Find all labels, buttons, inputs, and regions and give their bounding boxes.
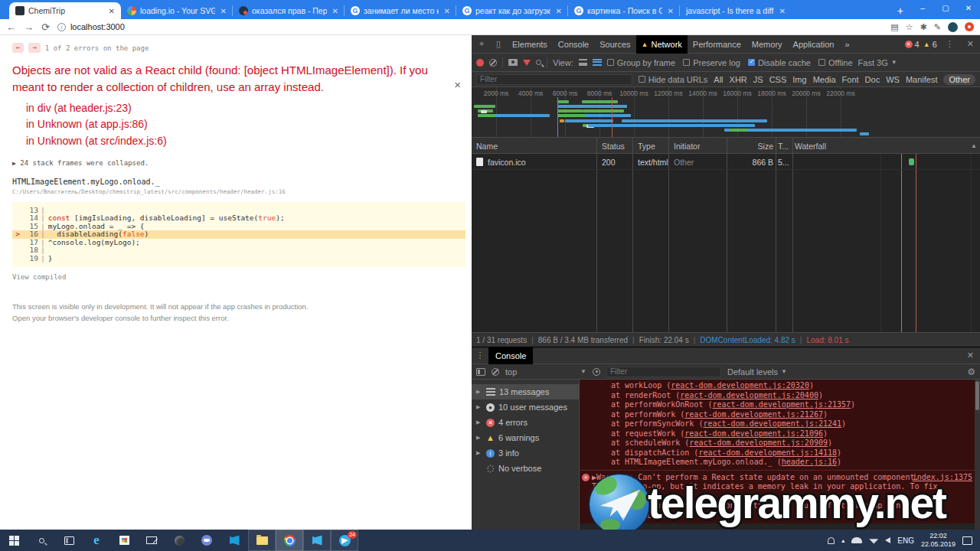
- filter-chip-other[interactable]: Other: [943, 74, 975, 85]
- taskbar-mail-button[interactable]: [138, 530, 165, 551]
- prev-error-button[interactable]: ←: [12, 43, 24, 53]
- devtools-tab-performance[interactable]: Performance: [688, 35, 746, 54]
- language-indicator[interactable]: ENG: [897, 536, 914, 545]
- source-link[interactable]: react-dom.development.js:20320: [671, 381, 809, 390]
- browser-tab[interactable]: loading.io - Your SVG + GIF + PN✕: [121, 2, 233, 19]
- taskbar-search-button[interactable]: [28, 530, 55, 551]
- taskbar-clock[interactable]: 22:0222.05.2019: [921, 532, 956, 549]
- close-button[interactable]: ✕: [957, 0, 980, 15]
- source-link[interactable]: index.js:1375: [913, 473, 972, 483]
- source-link[interactable]: react-dom.development.js:21357: [712, 400, 851, 409]
- context-select[interactable]: top▼: [505, 367, 586, 377]
- console-settings-icon[interactable]: ⚙: [967, 367, 975, 377]
- scrollbar-thumb[interactable]: [975, 381, 979, 410]
- source-link[interactable]: react-dom.development.js:20909: [689, 439, 828, 447]
- tab-close-icon[interactable]: ✕: [778, 7, 787, 15]
- option-disable-cache[interactable]: Disable cache: [748, 58, 811, 67]
- option-offline[interactable]: Offline: [818, 58, 853, 67]
- onedrive-cloud-icon[interactable]: [851, 537, 862, 543]
- browser-tab[interactable]: картинка - Поиск в Google✕: [568, 2, 680, 19]
- taskbar-unity-button[interactable]: [165, 530, 193, 551]
- action-center-icon[interactable]: [962, 536, 972, 545]
- devtools-tab-elements[interactable]: Elements: [507, 35, 553, 54]
- source-link[interactable]: react-dom.development.js:21241: [703, 419, 841, 428]
- minimize-button[interactable]: –: [911, 0, 934, 15]
- taskbar-store-button[interactable]: [110, 530, 138, 551]
- column-header-initiator[interactable]: Initiator: [674, 138, 700, 154]
- filter-chip-css[interactable]: CSS: [769, 75, 787, 84]
- address-bar[interactable]: i localhost:3000: [57, 21, 883, 33]
- filter-chip-img[interactable]: Img: [792, 75, 806, 84]
- view-waterfall-icon[interactable]: [593, 59, 602, 66]
- checkbox-icon[interactable]: [607, 59, 614, 66]
- filter-chip-xhr[interactable]: XHR: [730, 75, 747, 84]
- start-button[interactable]: [0, 530, 28, 551]
- log-levels-select[interactable]: Default levels▼: [727, 367, 787, 377]
- new-tab-button[interactable]: +: [890, 5, 911, 19]
- wifi-icon[interactable]: [869, 537, 878, 544]
- checkbox-icon[interactable]: [818, 59, 825, 66]
- checkbox-icon[interactable]: [639, 76, 645, 83]
- source-link[interactable]: react-dom.development.js:21096: [684, 429, 823, 438]
- tab-close-icon[interactable]: ✕: [666, 7, 675, 15]
- device-toolbar-icon[interactable]: ▯: [490, 37, 507, 51]
- throttling-select[interactable]: Fast 3G▼: [858, 58, 897, 67]
- live-expression-icon[interactable]: [593, 368, 600, 376]
- filter-funnel-icon[interactable]: [523, 60, 531, 66]
- next-error-button[interactable]: →: [28, 43, 40, 53]
- tab-close-icon[interactable]: ✕: [554, 7, 564, 15]
- speaker-icon[interactable]: [885, 537, 890, 543]
- browser-tab[interactable]: javascript - Is there a difference✕: [680, 2, 792, 19]
- clear-icon[interactable]: [489, 59, 497, 67]
- console-filter-13-messages[interactable]: ▶13 messages: [472, 384, 579, 399]
- filter-chip-doc[interactable]: Doc: [865, 75, 880, 84]
- eyedropper-icon[interactable]: ✎: [934, 22, 941, 32]
- tab-close-icon[interactable]: ✕: [107, 7, 116, 15]
- column-header-type[interactable]: Type: [638, 138, 655, 154]
- forward-icon[interactable]: →: [24, 21, 34, 33]
- scrollbar[interactable]: [975, 380, 980, 530]
- filter-chip-manifest[interactable]: Manifest: [906, 75, 938, 84]
- devtools-menu-icon[interactable]: ⋮: [941, 39, 959, 49]
- column-header-t[interactable]: T...: [778, 138, 789, 154]
- devtools-close-icon[interactable]: ✕: [962, 39, 978, 49]
- source-link[interactable]: react-dom.development.js:21267: [684, 410, 823, 419]
- record-icon[interactable]: [476, 59, 484, 67]
- devtools-more-tabs[interactable]: »: [839, 35, 854, 54]
- taskbar-vscode2-button[interactable]: [303, 530, 331, 551]
- taskbar-chrome-button[interactable]: [276, 530, 303, 551]
- console-filter-3-info[interactable]: ▶i3 info: [472, 445, 579, 461]
- column-header-waterfall[interactable]: Waterfall: [795, 138, 826, 154]
- filter-chip-media[interactable]: Media: [813, 75, 836, 84]
- option-preserve-log[interactable]: Preserve log: [683, 58, 740, 67]
- filter-chip-all[interactable]: All: [714, 75, 723, 84]
- drawer-close-icon[interactable]: ✕: [961, 350, 980, 360]
- console-sidebar-toggle-icon[interactable]: [476, 368, 485, 376]
- inspect-element-icon[interactable]: ⌖: [473, 37, 490, 51]
- collapsed-frames[interactable]: ▶ 24 stack frames were collapsed.: [12, 159, 459, 167]
- console-filter-6-warnings[interactable]: ▶▲6 warnings: [472, 430, 579, 445]
- taskbar-discord-button[interactable]: [193, 530, 220, 551]
- page-info-icon[interactable]: i: [57, 23, 66, 31]
- maximize-button[interactable]: ▢: [934, 0, 957, 15]
- console-clear-icon[interactable]: [492, 368, 499, 376]
- checkbox-icon[interactable]: [748, 59, 755, 66]
- browser-tab[interactable]: занимает ли место картинка на✕: [345, 2, 456, 19]
- error-count-badge[interactable]: ✕4: [905, 40, 920, 49]
- column-header-size[interactable]: Size: [758, 138, 773, 154]
- hidden-icons-caret[interactable]: ▴: [841, 537, 844, 544]
- taskbar-telegram-button[interactable]: 24: [331, 530, 358, 551]
- tab-close-icon[interactable]: ✕: [331, 7, 340, 15]
- devtools-tab-console[interactable]: Console: [553, 35, 594, 54]
- browser-tab[interactable]: оказался прав - Перевод на ан✕: [233, 2, 345, 19]
- taskbar-vscode-button[interactable]: [220, 530, 248, 551]
- drawer-menu-icon[interactable]: ⋮: [472, 349, 488, 363]
- network-overview-timeline[interactable]: 2000 ms4000 ms6000 ms8000 ms10000 ms1200…: [472, 87, 980, 138]
- console-filter-input[interactable]: [606, 367, 721, 377]
- extension-icon[interactable]: ✱: [920, 22, 927, 32]
- devtools-tab-application[interactable]: Application: [788, 35, 840, 54]
- devtools-tab-network[interactable]: ▲Network: [636, 35, 688, 54]
- devtools-tab-memory[interactable]: Memory: [746, 35, 788, 54]
- filter-chip-font[interactable]: Font: [842, 75, 859, 84]
- reload-icon[interactable]: ⟳: [41, 21, 50, 33]
